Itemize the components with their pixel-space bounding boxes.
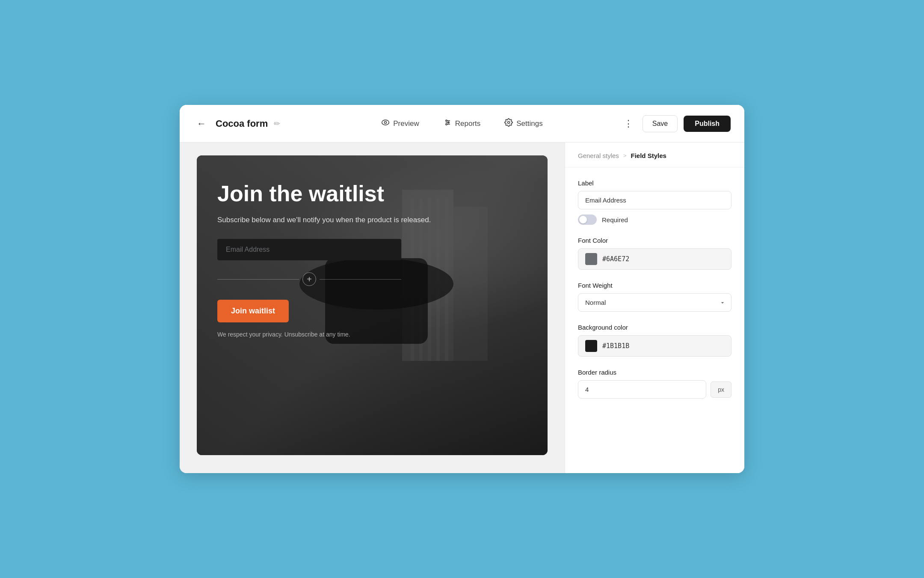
settings-icon	[504, 118, 513, 129]
back-button[interactable]: ←	[193, 116, 210, 131]
font-color-label: Font Color	[578, 237, 732, 244]
svg-point-4	[446, 124, 447, 125]
sidebar-panel: General styles > Field Styles Label Requ…	[565, 143, 744, 473]
font-weight-group: Font Weight Normal Bold Light Medium Sem…	[578, 282, 732, 312]
header-left: ← Cocoa form ✏	[193, 116, 313, 131]
main-content: Join the waitlist Subscribe below and we…	[180, 143, 744, 473]
px-unit-badge: px	[711, 381, 732, 398]
header-nav: Preview Reports Settings	[313, 116, 611, 131]
font-weight-select[interactable]: Normal Bold Light Medium Semibold	[578, 293, 732, 312]
nav-settings-label: Settings	[516, 119, 542, 128]
font-color-swatch[interactable]: #6A6E72	[578, 248, 732, 270]
form-canvas: Join the waitlist Subscribe below and we…	[197, 155, 548, 455]
breadcrumb-parent[interactable]: General styles	[578, 152, 619, 159]
add-field-button[interactable]: +	[302, 272, 316, 286]
email-input[interactable]	[217, 239, 401, 260]
bg-color-hex: #1B1B1B	[602, 342, 629, 350]
header: ← Cocoa form ✏ Preview Reports S	[180, 105, 744, 143]
svg-point-0	[382, 120, 389, 125]
border-radius-group: Border radius px	[578, 369, 732, 399]
breadcrumb-current: Field Styles	[631, 152, 666, 159]
font-color-group: Font Color #6A6E72	[578, 237, 732, 270]
border-radius-row: px	[578, 380, 732, 399]
font-color-hex: #6A6E72	[602, 255, 629, 263]
add-line-left	[217, 279, 299, 280]
nav-preview-label: Preview	[393, 119, 419, 128]
panel-body: Label Required Font Color #6A6E72	[565, 167, 744, 423]
required-row: Required	[578, 215, 732, 225]
preview-icon	[381, 118, 390, 129]
panel-breadcrumb: General styles > Field Styles	[565, 143, 744, 167]
add-line-right	[320, 279, 401, 280]
label-section-label: Label	[578, 179, 732, 187]
submit-button[interactable]: Join waitlist	[217, 300, 289, 322]
edit-icon[interactable]: ✏	[274, 119, 280, 128]
canvas-content: Join the waitlist Subscribe below and we…	[197, 155, 548, 358]
form-title: Cocoa form	[216, 118, 268, 129]
font-weight-label: Font Weight	[578, 282, 732, 289]
bg-color-group: Background color #1B1B1B	[578, 324, 732, 357]
add-field-row: +	[217, 272, 401, 286]
border-radius-label: Border radius	[578, 369, 732, 376]
svg-point-1	[385, 122, 387, 124]
email-field-wrap	[217, 239, 527, 260]
nav-reports[interactable]: Reports	[439, 116, 485, 131]
bg-color-label: Background color	[578, 324, 732, 331]
header-right: ⋮ Save Publish	[611, 115, 731, 132]
svg-point-2	[446, 120, 447, 121]
canvas-area: Join the waitlist Subscribe below and we…	[180, 143, 565, 473]
required-toggle[interactable]	[578, 215, 597, 225]
nav-preview[interactable]: Preview	[377, 116, 423, 131]
form-subheading: Subscribe below and we'll notify you whe…	[217, 215, 527, 226]
more-button[interactable]: ⋮	[620, 116, 637, 131]
label-field-group: Label Required	[578, 179, 732, 225]
toggle-knob	[579, 216, 587, 223]
publish-button[interactable]: Publish	[684, 116, 731, 132]
label-input[interactable]	[578, 191, 732, 209]
breadcrumb-separator: >	[623, 152, 627, 159]
save-button[interactable]: Save	[643, 115, 678, 132]
required-label: Required	[602, 216, 628, 223]
bg-color-box	[585, 340, 597, 352]
bg-color-swatch[interactable]: #1B1B1B	[578, 335, 732, 357]
privacy-text: We respect your privacy. Unsubscribe at …	[217, 331, 527, 338]
font-color-box	[585, 253, 597, 265]
app-window: ← Cocoa form ✏ Preview Reports S	[180, 105, 744, 473]
nav-settings[interactable]: Settings	[500, 116, 547, 131]
reports-icon	[443, 118, 452, 129]
border-radius-input[interactable]	[578, 380, 706, 399]
nav-reports-label: Reports	[455, 119, 481, 128]
form-heading: Join the waitlist	[217, 181, 527, 207]
